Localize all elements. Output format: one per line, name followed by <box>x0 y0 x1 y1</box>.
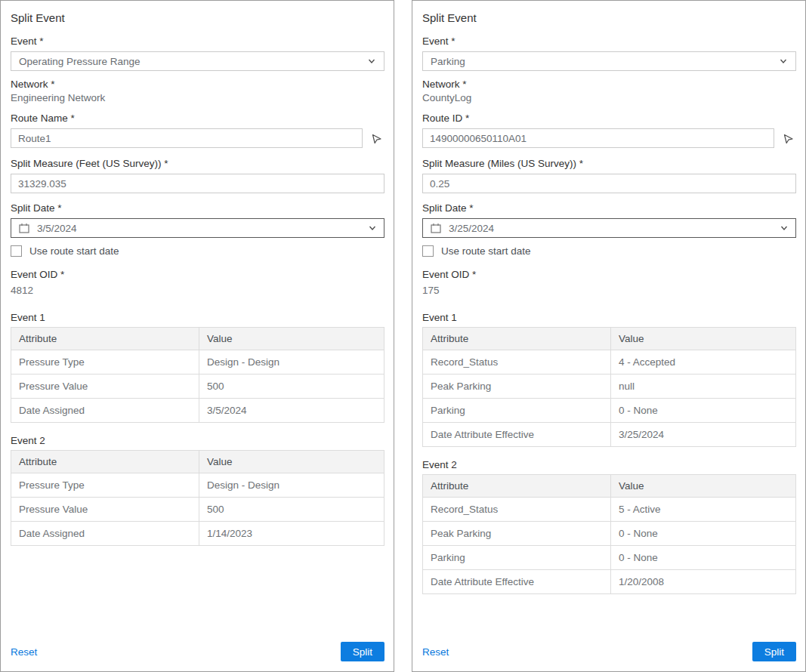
table-row: Date Attribute Effective 3/25/2024 <box>423 423 796 447</box>
panel-footer: Reset Split <box>422 642 796 661</box>
column-header-value: Value <box>199 328 384 350</box>
route-label: Route ID * <box>422 113 796 124</box>
use-route-start-date-checkbox[interactable] <box>422 245 434 257</box>
calendar-icon <box>430 222 442 234</box>
table-row: Date Assigned 1/14/2023 <box>11 522 384 546</box>
attribute-cell: Parking <box>423 546 611 570</box>
chevron-down-icon <box>779 57 788 66</box>
table-row: Pressure Value 500 <box>11 498 384 522</box>
column-header-value: Value <box>610 475 795 498</box>
split-event-panel-left: Split Event Event * Operating Pressure R… <box>0 0 394 672</box>
route-field-row <box>422 128 796 148</box>
value-cell: 4 - Accepted <box>610 350 795 375</box>
page-title: Split Event <box>422 11 796 24</box>
use-route-start-date-row: Use route start date <box>11 245 384 257</box>
event-label: Event * <box>11 35 384 47</box>
table-header-row: Attribute Value <box>423 328 796 350</box>
date-picker[interactable]: 3/25/2024 <box>422 218 796 238</box>
value-cell: 5 - Active <box>610 498 795 522</box>
column-header-value: Value <box>199 451 384 473</box>
table-row: Date Attribute Effective 1/20/2008 <box>423 570 796 594</box>
attribute-cell: Peak Parking <box>423 522 611 546</box>
event-select[interactable]: Operating Pressure Range <box>11 51 384 71</box>
attribute-cell: Pressure Type <box>11 473 199 498</box>
calendar-icon <box>18 222 30 234</box>
event-select[interactable]: Parking <box>422 51 796 71</box>
event-label: Event * <box>422 35 796 47</box>
pick-route-button[interactable] <box>368 129 384 147</box>
attribute-cell: Pressure Value <box>11 498 199 522</box>
panel-footer: Reset Split <box>11 642 384 661</box>
use-route-start-date-row: Use route start date <box>422 245 796 257</box>
table-header-row: Attribute Value <box>11 328 384 350</box>
pick-route-button[interactable] <box>780 129 796 147</box>
value-cell: 1/14/2023 <box>199 522 384 546</box>
event2-table: Attribute Value Record_Status 5 - Active… <box>422 474 796 594</box>
page-title: Split Event <box>11 11 384 24</box>
table-row: Parking 0 - None <box>423 399 796 423</box>
value-cell: Design - Design <box>199 350 384 375</box>
value-cell: Design - Design <box>199 473 384 498</box>
value-cell: 0 - None <box>610 546 795 570</box>
pick-arrow-icon <box>782 132 795 145</box>
event-oid-label: Event OID * <box>11 269 384 280</box>
table-row: Date Assigned 3/5/2024 <box>11 399 384 423</box>
column-header-attribute: Attribute <box>423 475 611 498</box>
measure-field-row <box>11 174 384 193</box>
column-header-attribute: Attribute <box>423 328 611 350</box>
date-value: 3/25/2024 <box>449 223 494 234</box>
reset-button[interactable]: Reset <box>11 646 37 658</box>
network-label: Network * <box>422 79 796 90</box>
value-cell: 3/25/2024 <box>610 423 795 447</box>
route-input[interactable] <box>11 128 363 148</box>
table-row: Peak Parking null <box>423 375 796 399</box>
event2-section-label: Event 2 <box>11 435 384 446</box>
attribute-cell: Parking <box>423 399 611 423</box>
date-picker[interactable]: 3/5/2024 <box>11 218 384 238</box>
attribute-cell: Date Assigned <box>11 399 199 423</box>
event2-section-label: Event 2 <box>422 459 796 470</box>
attribute-cell: Date Assigned <box>11 522 199 546</box>
value-cell: 0 - None <box>610 399 795 423</box>
column-header-attribute: Attribute <box>11 451 199 473</box>
event1-section-label: Event 1 <box>11 312 384 323</box>
chevron-down-icon <box>367 57 376 66</box>
value-cell: null <box>610 375 795 399</box>
table-row: Pressure Type Design - Design <box>11 350 384 375</box>
value-cell: 3/5/2024 <box>199 399 384 423</box>
use-route-start-date-checkbox[interactable] <box>11 245 22 257</box>
pick-arrow-icon <box>370 132 383 145</box>
reset-button[interactable]: Reset <box>422 646 449 658</box>
network-label: Network * <box>11 79 384 90</box>
measure-field-row <box>422 174 796 193</box>
chevron-down-icon <box>780 223 789 233</box>
table-header-row: Attribute Value <box>423 475 796 498</box>
event-select-value: Operating Pressure Range <box>19 56 141 67</box>
network-value: Engineering Network <box>11 92 384 103</box>
route-label: Route Name * <box>11 113 384 124</box>
measure-label: Split Measure (Feet (US Survey)) * <box>11 158 384 169</box>
table-row: Parking 0 - None <box>423 546 796 570</box>
event1-section-label: Event 1 <box>422 312 796 323</box>
attribute-cell: Record_Status <box>423 498 611 522</box>
date-label: Split Date * <box>11 202 384 214</box>
split-button[interactable]: Split <box>341 642 384 661</box>
measure-input[interactable] <box>11 174 384 193</box>
table-row: Peak Parking 0 - None <box>423 522 796 546</box>
event-oid-value: 4812 <box>11 285 384 296</box>
date-label: Split Date * <box>422 202 796 214</box>
value-cell: 1/20/2008 <box>610 570 795 594</box>
measure-label: Split Measure (Miles (US Survey)) * <box>422 158 796 169</box>
date-value: 3/5/2024 <box>37 223 77 234</box>
table-header-row: Attribute Value <box>11 451 384 473</box>
chevron-down-icon <box>368 223 377 233</box>
column-header-attribute: Attribute <box>11 328 199 350</box>
event2-table: Attribute Value Pressure Type Design - D… <box>11 450 384 546</box>
event-oid-label: Event OID * <box>422 269 796 280</box>
measure-input[interactable] <box>422 174 796 193</box>
split-button[interactable]: Split <box>752 642 796 661</box>
checkbox-label: Use route start date <box>29 245 119 257</box>
route-input[interactable] <box>422 128 774 148</box>
attribute-cell: Date Attribute Effective <box>423 423 611 447</box>
value-cell: 0 - None <box>610 522 795 546</box>
